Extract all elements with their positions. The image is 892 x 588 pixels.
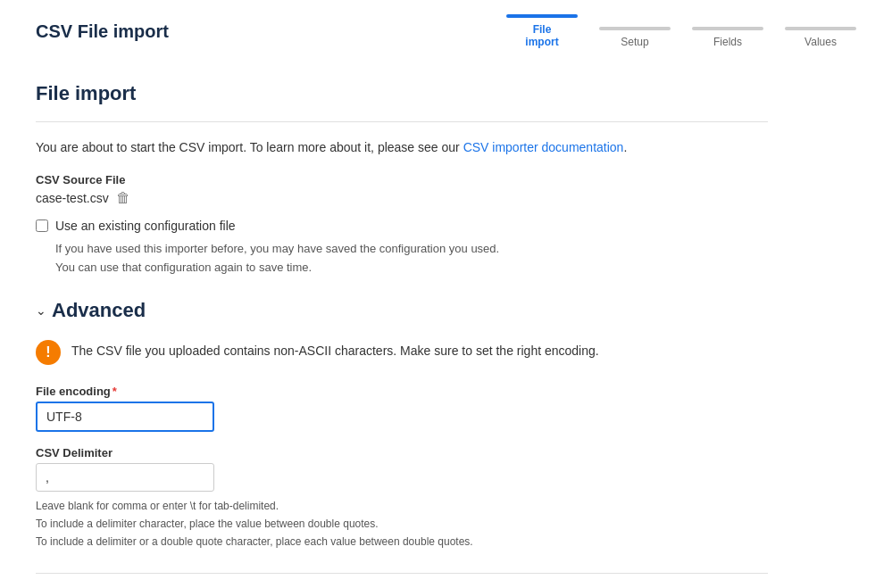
section-divider [36,121,768,122]
delete-file-icon[interactable]: 🗑 [116,190,130,206]
source-file-row: case-test.csv 🗑 [36,190,768,206]
delimiter-label: CSV Delimiter [36,446,768,460]
use-config-row[interactable]: Use an existing configuration file [36,219,768,233]
warning-text: The CSV file you uploaded contains non-A… [71,338,599,360]
step-values: Values [785,27,856,48]
warning-icon: ! [36,340,61,365]
required-star: * [113,385,117,398]
step-bar-setup [599,27,671,30]
delimiter-hint1: Leave blank for comma or enter \t for ta… [36,497,768,515]
main-content: File import You are about to start the C… [0,57,804,588]
encoding-group: File encoding* [36,385,768,432]
section-title: File import [36,82,768,105]
step-fields: Fields [692,27,763,48]
csv-doc-link[interactable]: CSV importer documentation [463,140,624,154]
step-bar-values [785,27,856,30]
intro-suffix: . [623,140,627,154]
delimiter-group: CSV Delimiter Leave blank for comma or e… [36,446,768,551]
delimiter-hint3: To include a delimiter or a double quote… [36,533,768,551]
encoding-input[interactable] [36,402,214,432]
delimiter-hints: Leave blank for comma or enter \t for ta… [36,497,768,551]
step-bar-file-import [506,14,578,18]
encoding-label: File encoding* [36,385,768,398]
use-config-label[interactable]: Use an existing configuration file [55,219,236,233]
step-file-import: Fileimport [506,14,578,48]
intro-text: You are about to start the CSV import. T… [36,140,460,154]
step-bar-fields [692,27,763,30]
advanced-title: Advanced [52,299,146,322]
page-header: CSV File import Fileimport Setup Fields … [0,0,892,57]
source-file-name: case-test.csv [36,191,109,205]
delimiter-hint2: To include a delimiter character, place … [36,515,768,533]
step-label-setup: Setup [621,36,648,48]
config-hint-line2: You can use that configuration again to … [55,259,768,277]
advanced-header[interactable]: ⌄ Advanced [36,299,768,322]
stepper: Fileimport Setup Fields Values [506,14,856,48]
step-label-file-import: Fileimport [525,23,558,48]
step-label-fields: Fields [713,36,742,48]
source-file-label: CSV Source File [36,173,768,186]
page-title: CSV File import [36,21,169,42]
use-config-checkbox[interactable] [36,219,48,232]
config-hint: If you have used this importer before, y… [55,240,768,277]
delimiter-input[interactable] [36,463,214,492]
warning-box: ! The CSV file you uploaded contains non… [36,338,768,365]
chevron-down-icon: ⌄ [36,303,46,318]
step-label-values: Values [804,36,837,48]
config-hint-line1: If you have used this importer before, y… [55,240,768,259]
intro-paragraph: You are about to start the CSV import. T… [36,138,768,157]
step-setup: Setup [599,27,671,48]
bottom-divider [36,573,768,574]
